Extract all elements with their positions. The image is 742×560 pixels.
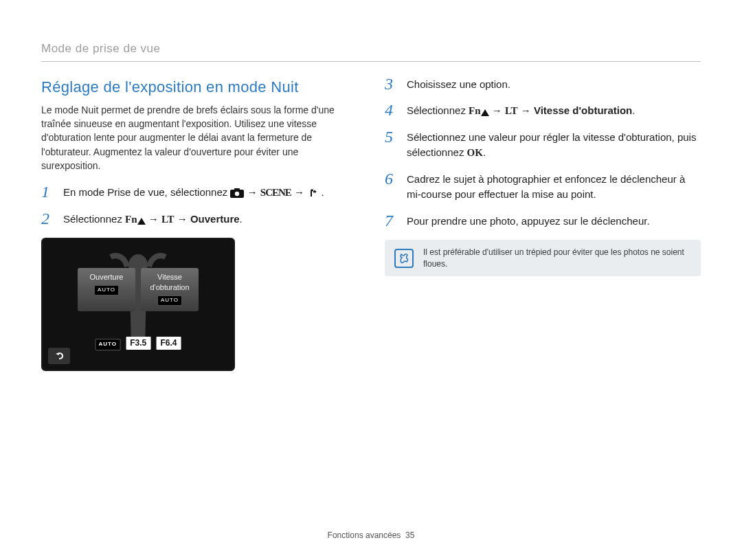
svg-rect-1 [234,188,240,190]
section-title: Réglage de l'exposition en mode Nuit [41,77,357,98]
ok-icon: OK [467,147,483,158]
note-box: Il est préférable d'utiliser un trépied … [385,240,701,276]
note-text: Il est préférable d'utiliser un trépied … [423,247,691,269]
step-text: Pour prendre une photo, appuyez sur le d… [407,214,701,229]
up-triangle-icon [137,218,146,225]
intro-text: Le mode Nuit permet de prendre de brefs … [41,103,357,172]
step-text: Choisissez une option. [407,77,701,93]
up-triangle-icon [481,109,489,116]
lt-icon: LT [505,105,518,116]
step-number: 1 [41,183,58,200]
step-text: Cadrez le sujet à photographier et enfon… [407,172,701,203]
scene-icon: SCENE [260,187,291,198]
step-1: 1 En mode Prise de vue, sélectionnez → S… [41,185,357,201]
info-icon [394,249,414,268]
option-vitesse: Vitesse d'obturation [534,104,632,116]
camera-icon [230,188,244,198]
step-number: 7 [385,212,401,229]
step-number: 5 [385,128,401,145]
step-text: Sélectionnez Fn → LT → Vitesse d'obturat… [407,103,701,119]
fn-icon: Fn [469,105,481,116]
back-icon [54,352,65,360]
option-ouverture: Ouverture [190,213,240,225]
aperture-value-1: F3.5 [126,337,150,349]
step-6: 6 Cadrez le sujet à photographier et enf… [385,172,701,203]
lcd-panel-ouverture: Ouverture AUTO [78,268,135,311]
right-column: 3 Choisissez une option. 4 Sélectionnez … [385,77,701,371]
step-3: 3 Choisissez une option. [385,77,701,93]
lt-icon: LT [161,214,175,225]
step-number: 3 [385,76,401,92]
step-7: 7 Pour prendre une photo, appuyez sur le… [385,214,701,229]
aperture-value-2: F6.4 [156,337,181,349]
step-text: En mode Prise de vue, sélectionnez → SCE… [63,185,357,201]
step-text: Sélectionnez une valeur pour régler la v… [407,130,701,161]
step-4: 4 Sélectionnez Fn → LT → Vitesse d'obtur… [385,103,701,119]
lcd-panel-obturation: Vitesse d'obturation AUTO [141,268,199,311]
svg-point-2 [235,192,239,196]
left-column: Réglage de l'exposition en mode Nuit Le … [41,77,357,371]
back-button[interactable] [48,348,70,364]
lcd-value-bar: AUTO F3.5 F6.4 [94,335,183,350]
page-footer: Fonctions avancées 35 [0,530,742,541]
step-number: 4 [385,102,401,118]
step-text: Sélectionnez Fn → LT → Ouverture. [63,212,357,227]
page-header: Mode de prise de vue [41,41,701,62]
night-icon [307,188,318,198]
lcd-preview: Ouverture AUTO Vitesse d'obturation AUTO… [41,238,235,371]
step-2: 2 Sélectionnez Fn → LT → Ouverture. [41,212,357,227]
step-number: 2 [41,210,58,227]
step-5: 5 Sélectionnez une valeur pour régler la… [385,130,701,161]
fn-icon: Fn [125,214,137,225]
step-number: 6 [385,170,401,187]
